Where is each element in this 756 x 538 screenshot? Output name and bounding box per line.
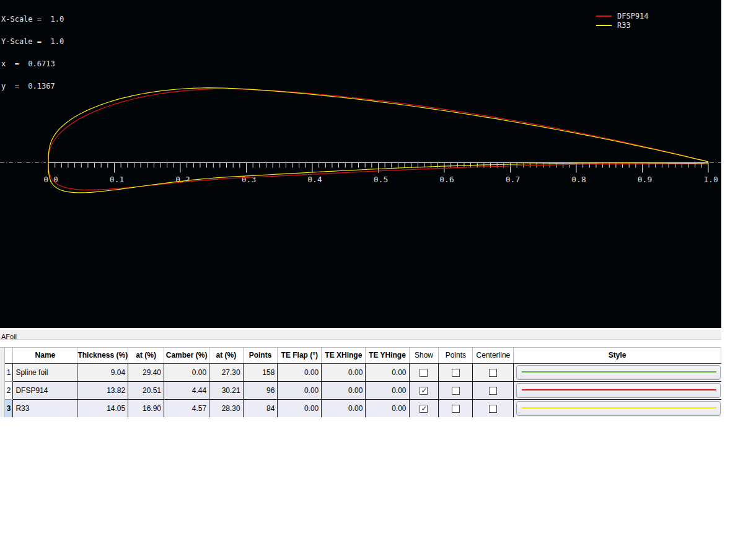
style-button[interactable] — [516, 365, 721, 380]
y-scale-readout: Y-Scale = 1.0 — [1, 38, 64, 45]
legend-label: R33 — [617, 21, 631, 30]
cell-camber-at[interactable]: 27.30 — [209, 363, 243, 381]
x-tick-label: 0.1 — [110, 175, 124, 184]
line-style-swatch — [522, 407, 716, 408]
cell-name[interactable]: R33 — [13, 399, 77, 417]
cell-camber[interactable]: 4.44 — [164, 381, 209, 399]
x-tick-label: 1.0 — [703, 175, 718, 184]
cell-style — [514, 363, 721, 381]
legend-item: R33 — [596, 20, 649, 30]
points-checkbox[interactable] — [452, 405, 460, 413]
x-axis: 0.00.10.20.30.40.50.60.70.80.91.0 — [43, 163, 718, 184]
cell-thickness-at[interactable]: 29.40 — [128, 363, 164, 381]
plot-canvas[interactable]: 0.00.10.20.30.40.50.60.70.80.91.0 — [0, 0, 721, 328]
header-points: Points — [439, 348, 473, 363]
row-number[interactable]: 1 — [5, 363, 13, 381]
cell-name[interactable]: Spline foil — [13, 363, 77, 381]
cell-style — [514, 381, 721, 399]
header-te-flap-: TE Flap (°) — [278, 348, 322, 363]
foil-table-panel: NameThickness (%)at (%)Camber (%)at (%)P… — [0, 347, 721, 417]
afoil-dock-title: AFoil — [0, 332, 17, 341]
header-centerline: Centerline — [473, 348, 514, 363]
cell-te-flap[interactable]: 0.00 — [278, 363, 322, 381]
cell-points[interactable]: 96 — [243, 381, 278, 399]
cell-te-yhinge[interactable]: 0.00 — [366, 381, 409, 399]
header-camber-: Camber (%) — [164, 348, 209, 363]
centerline-checkbox[interactable] — [489, 405, 497, 413]
header-te-yhinge: TE YHinge — [366, 348, 409, 363]
row-number[interactable]: 3 — [5, 399, 13, 417]
header-at-: at (%) — [128, 348, 164, 363]
legend-line-swatch — [596, 15, 612, 17]
cell-points[interactable]: 84 — [243, 399, 278, 417]
header-corner — [5, 348, 13, 363]
cell-thickness-at[interactable]: 16.90 — [128, 399, 164, 417]
table-row: 1Spline foil9.0429.400.0027.301580.000.0… — [5, 363, 721, 381]
centerline-checkbox[interactable] — [489, 369, 497, 377]
cell-camber[interactable]: 4.57 — [164, 399, 209, 417]
table-row: 2DFSP91413.8220.514.4430.21960.000.000.0… — [5, 381, 721, 399]
line-style-swatch — [522, 371, 716, 373]
cell-te-flap[interactable]: 0.00 — [278, 381, 322, 399]
cell-thickness[interactable]: 14.05 — [77, 399, 128, 417]
cursor-y-readout: y = 0.1367 — [1, 82, 64, 90]
cell-show-checkbox[interactable] — [409, 399, 439, 417]
show-checkbox[interactable] — [420, 405, 428, 413]
cell-camber[interactable]: 0.00 — [164, 363, 209, 381]
header-show: Show — [409, 348, 439, 363]
cell-centerline-checkbox[interactable] — [473, 363, 514, 381]
row-number[interactable]: 2 — [5, 381, 13, 399]
scale-readout: X-Scale = 1.0 Y-Scale = 1.0 x = 0.6713 y… — [1, 1, 64, 105]
cell-points-checkbox[interactable] — [439, 381, 473, 399]
x-tick-label: 0.5 — [374, 175, 388, 184]
cell-te-yhinge[interactable]: 0.00 — [366, 399, 409, 417]
style-button[interactable] — [516, 401, 721, 416]
legend-item: DFSP914 — [596, 11, 649, 20]
header-style: Style — [514, 348, 721, 363]
cell-show-checkbox[interactable] — [409, 363, 439, 381]
cell-te-xhinge[interactable]: 0.00 — [322, 381, 366, 399]
cell-name[interactable]: DFSP914 — [13, 381, 77, 399]
table-left-frame — [0, 348, 5, 417]
show-checkbox[interactable] — [420, 369, 428, 377]
cell-camber-at[interactable]: 30.21 — [209, 381, 243, 399]
cell-points-checkbox[interactable] — [439, 399, 473, 417]
legend-line-swatch — [596, 25, 612, 26]
x-scale-readout: X-Scale = 1.0 — [1, 15, 64, 23]
x-tick-label: 0.8 — [571, 175, 586, 184]
centerline-checkbox[interactable] — [489, 387, 497, 395]
x-tick-label: 0.4 — [307, 175, 322, 184]
cell-te-xhinge[interactable]: 0.00 — [322, 363, 366, 381]
cell-thickness-at[interactable]: 20.51 — [128, 381, 164, 399]
cell-thickness[interactable]: 9.04 — [77, 363, 128, 381]
cell-show-checkbox[interactable] — [409, 381, 439, 399]
cell-thickness[interactable]: 13.82 — [77, 381, 128, 399]
line-style-swatch — [522, 389, 716, 390]
cell-points-checkbox[interactable] — [439, 363, 473, 381]
cell-te-yhinge[interactable]: 0.00 — [366, 363, 409, 381]
cell-style — [514, 399, 721, 417]
points-checkbox[interactable] — [452, 369, 460, 377]
legend-label: DFSP914 — [617, 12, 649, 20]
show-checkbox[interactable] — [420, 387, 428, 395]
points-checkbox[interactable] — [452, 387, 460, 395]
header-name: Name — [13, 348, 77, 363]
x-tick-label: 0.0 — [43, 175, 58, 184]
cell-centerline-checkbox[interactable] — [473, 381, 514, 399]
cell-te-flap[interactable]: 0.00 — [278, 399, 322, 417]
cell-te-xhinge[interactable]: 0.00 — [322, 399, 366, 417]
cell-points[interactable]: 158 — [243, 363, 278, 381]
header-thickness-: Thickness (%) — [77, 348, 128, 363]
cell-camber-at[interactable]: 28.30 — [209, 399, 243, 417]
style-button[interactable] — [516, 383, 721, 398]
x-tick-label: 0.9 — [638, 175, 652, 184]
foil-plot-area[interactable]: 0.00.10.20.30.40.50.60.70.80.91.0 X-Scal… — [0, 0, 721, 328]
x-tick-label: 0.6 — [439, 175, 454, 184]
header-points: Points — [243, 348, 278, 363]
foil-table: NameThickness (%)at (%)Camber (%)at (%)P… — [5, 348, 721, 417]
afoil-dock-titlebar[interactable]: AFoil — [0, 330, 721, 340]
header-te-xhinge: TE XHinge — [322, 348, 366, 363]
plot-legend: DFSP914R33 — [596, 11, 649, 30]
cell-centerline-checkbox[interactable] — [473, 399, 514, 417]
x-tick-label: 0.7 — [506, 175, 520, 184]
